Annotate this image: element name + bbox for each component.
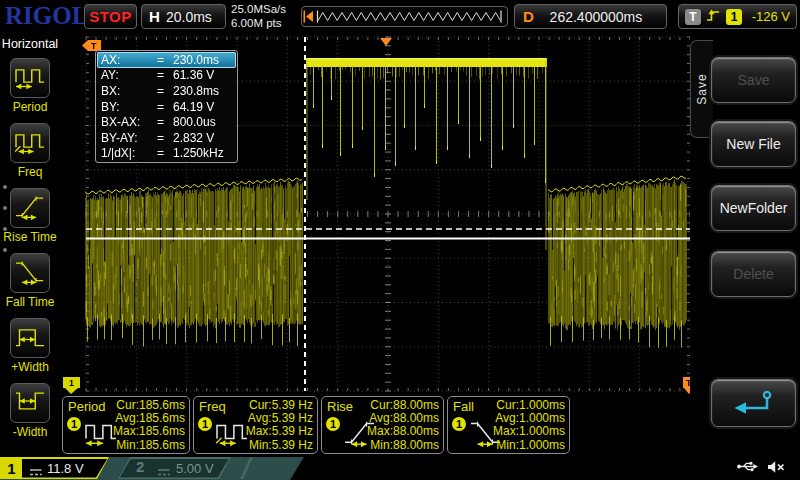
cursor-row-value: 230.8ms [173,84,232,98]
menu-item-label: Period [0,100,60,114]
menu-item-label: -Width [0,425,60,439]
freq-icon [14,127,46,159]
menu-item-fall-time[interactable] [10,253,50,293]
channel-1-tab[interactable]: 111.8 V [0,457,110,479]
measurement-channel-badge: 1 [326,417,340,431]
run-state-badge[interactable]: STOP [84,4,137,29]
equals-sign: = [157,84,173,98]
pwidth-icon [14,322,46,354]
menu-button-delete[interactable]: Delete [711,251,796,297]
rise-icon [14,192,46,224]
measurement-name: Rise [327,399,353,414]
cursor-row-label: AY: [101,68,157,82]
measurement-line: Max:88.00ms [367,425,439,438]
menu-scroll-dot [3,206,7,210]
menu-item-width[interactable] [10,383,50,423]
menu-item-label: Fall Time [0,295,60,309]
save-tab-label: Save [695,73,709,104]
channel-1-scale: 11.8 V [47,461,84,476]
cursor-row-value: 1.250kHz [173,146,232,160]
menu-button-new-file[interactable]: New File [711,121,796,167]
measurement-name: Freq [199,399,226,414]
oscilloscope-screen: RIGOL STOP H 20.0ms 25.0MSa/s 6.00M pts … [0,0,800,480]
cursor-row-value: 230.0ms [173,53,232,67]
measurement-panel-fall: Fall1Cur:1.000msAvg:1.000msMax:1.000msMi… [447,396,570,454]
measurement-panel-freq: Freq1Cur:5.39 HzAvg:5.39 HzMax:5.39 HzMi… [193,396,318,454]
cursor-row-1-dx: 1/|dX|:=1.250kHz [97,146,236,162]
cursor-row-label: BX: [101,84,157,98]
measurement-name: Fall [453,399,474,414]
acquisition-info: 25.0MSa/s 6.00M pts [231,3,286,30]
cursor-row-label: BY: [101,100,157,114]
equals-sign: = [157,131,173,145]
trigger-level-value: -126 V [747,9,790,24]
equals-sign: = [157,100,173,114]
measurement-line: Max:185.6ms [113,425,185,438]
cursor-row-value: 800.0us [173,115,232,129]
sample-rate: 25.0MSa/s [231,3,286,17]
measurement-channel-badge: 1 [67,417,81,431]
cursor-row-ax: AX:=230.0ms [97,52,236,68]
fall-icon [14,257,46,289]
channel-2-number: 2 [136,458,144,475]
menu-item-freq[interactable] [10,123,50,163]
measure-menu-title: Horizontal [0,37,60,51]
save-menu-tab[interactable]: Save [690,40,713,138]
menu-button-save[interactable]: Save [711,57,796,103]
horizontal-scale-box[interactable]: H 20.0ms [141,4,226,29]
h-scale-value: 20.0ms [160,9,218,25]
return-button[interactable] [711,379,796,427]
memory-position-strip [301,6,508,27]
cursor-row-by: BY:=64.19 V [97,99,236,115]
cursor-row-label: BX-AX: [101,115,157,129]
rigol-logo: RIGOL [5,2,88,30]
menu-item-period[interactable] [10,58,50,98]
menu-item-rise-time[interactable] [10,188,50,228]
cursor-row-value: 61.36 V [173,68,232,82]
horizontal-measure-menu: Horizontal PeriodFreqRise TimeFall Time+… [0,33,60,457]
delay-label: D [523,8,534,25]
channel-1-number: 1 [2,459,22,478]
period-icon [14,62,46,94]
menu-item-label: Freq [0,165,60,179]
cursor-row-value: 2.832 V [173,131,232,145]
measurement-line: Min:1.000ms [493,439,565,452]
trigger-box[interactable]: T 1 -126 V [678,4,797,29]
menu-item-width[interactable] [10,318,50,358]
cursor-row-by-ay: BY-AY:=2.832 V [97,130,236,146]
usb-icon [736,459,759,478]
delay-value: 262.400000ms [534,9,658,25]
cursor-row-label: AX: [101,53,157,67]
measurement-panel-period: Period1Cur:185.6msAvg:185.6msMax:185.6ms… [62,396,190,454]
trigger-source-badge: 1 [726,9,742,25]
delay-box[interactable]: D 262.400000ms [514,4,667,29]
menu-scroll-dot [3,185,7,189]
measurement-channel-badge: 1 [452,417,466,431]
channel-2-tab[interactable]: 25.00 V [118,457,231,479]
menu-button-newfolder[interactable]: NewFolder [711,185,796,231]
cursor-row-ay: AY:=61.36 V [97,68,236,84]
measurement-name: Period [68,399,106,414]
memory-pan-left-icon [306,11,313,22]
measurement-line: Min:5.39 Hz [246,439,313,452]
cursor-row-label: BY-AY: [101,131,157,145]
h-label: H [149,8,160,25]
trigger-label: T [685,9,701,25]
equals-sign: = [157,53,173,67]
cursor-row-bx-ax: BX-AX:=800.0us [97,114,236,130]
measurement-panel-rise: Rise1Cur:88.00msAvg:88.00msMax:88.00msMi… [321,396,444,454]
measurement-line: Min:185.6ms [113,439,185,452]
equals-sign: = [157,115,173,129]
memory-depth: 6.00M pts [231,17,286,31]
speaker-muted-icon [766,460,785,478]
measurement-line: Max:5.39 Hz [246,425,313,438]
nwidth-icon [14,387,46,419]
cursor-row-bx: BX:=230.8ms [97,83,236,99]
channel-2-coupling-icon [156,463,171,480]
measurement-channel-badge: 1 [198,417,212,431]
cursor-row-label: 1/|dX|: [101,146,157,160]
memory-waveform-thumbnail [302,7,507,26]
return-arrow-icon [730,387,778,420]
menu-item-label: +Width [0,360,60,374]
equals-sign: = [157,68,173,82]
